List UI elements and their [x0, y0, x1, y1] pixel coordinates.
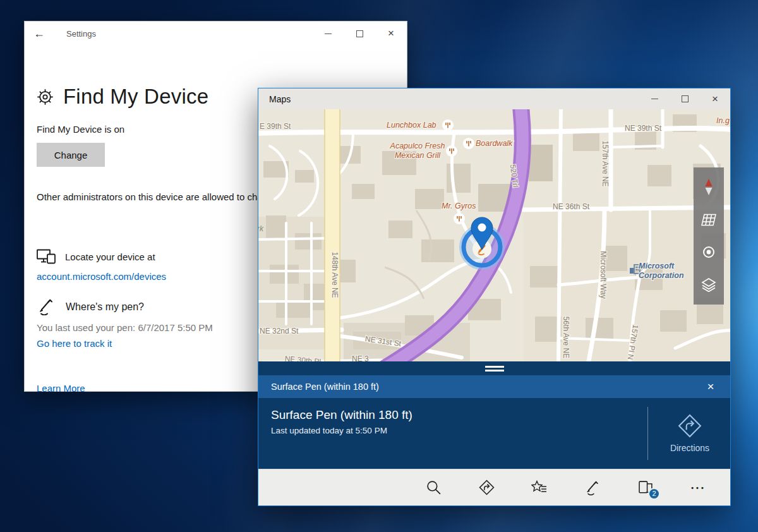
maps-window-controls: ×: [639, 88, 730, 109]
settings-window-controls: ×: [312, 21, 407, 45]
maps-titlebar: Maps ×: [258, 88, 730, 109]
poi-label: In.g: [716, 116, 730, 125]
panel-drag-strip[interactable]: [258, 361, 730, 375]
pen-section-row: Where's my pen?: [37, 298, 144, 315]
street-label: NE 36th St: [553, 202, 590, 211]
learn-more-link[interactable]: Learn More: [37, 383, 85, 394]
maximize-icon: [356, 30, 363, 37]
result-item-title: Surface Pen (within 180 ft): [271, 408, 412, 422]
street-label: 56th Ave NE: [562, 317, 570, 359]
track-pen-link[interactable]: Go here to track it: [37, 338, 112, 349]
street-label: Microsoft Way: [599, 251, 608, 299]
poi-label: Mr. Gyros: [442, 202, 476, 210]
location-icon: [702, 245, 716, 259]
drag-handle-icon[interactable]: [485, 366, 504, 372]
back-button[interactable]: ←: [25, 21, 54, 45]
map-graphics: E 39th St Lunchbox Lab Boardwalk Acapulc…: [258, 109, 730, 361]
page-title: Find My Device: [63, 85, 208, 109]
park-label: rk: [258, 224, 264, 233]
locate-label: Locate your device at: [65, 251, 155, 262]
close-button[interactable]: ×: [700, 88, 730, 109]
directions-diamond-icon: [678, 414, 702, 438]
more-icon: •••: [691, 484, 706, 492]
maps-toolbar: 2 •••: [258, 469, 730, 505]
poi-label: Acapulco Fresh: [390, 142, 445, 150]
street-label: 157th Ave NE: [601, 140, 610, 186]
panel-close-button[interactable]: ×: [700, 375, 721, 398]
favorites-button[interactable]: [531, 479, 548, 497]
maximize-button[interactable]: [344, 21, 375, 45]
ink-pen-button[interactable]: [584, 479, 601, 497]
compass-icon: [704, 178, 714, 196]
settings-app-title: Settings: [66, 29, 96, 39]
pen-heading: Where's my pen?: [66, 301, 144, 313]
device-count-badge: 2: [648, 488, 660, 500]
current-location-button[interactable]: [697, 241, 720, 263]
compass-button[interactable]: [697, 176, 720, 198]
result-item-subtitle: Last updated today at 5:50 PM: [271, 426, 387, 435]
directions-icon: [479, 480, 495, 495]
find-device-status: Find My Device is on: [37, 124, 124, 135]
desktop-wallpaper: ← Settings × Find: [0, 0, 758, 532]
search-icon: [426, 480, 442, 495]
maps-window: Maps ×: [258, 88, 731, 506]
close-button[interactable]: ×: [375, 21, 407, 45]
street-label: 148th Ave NE: [330, 251, 339, 298]
close-icon: ×: [712, 93, 718, 106]
poi-label: Lunchbox Lab: [387, 121, 436, 130]
result-panel-header: Surface Pen (within 180 ft) ×: [258, 375, 730, 398]
gear-icon: [37, 88, 54, 106]
change-button[interactable]: Change: [37, 143, 105, 167]
favorites-star-icon: [531, 480, 548, 495]
page-heading: Find My Device: [37, 85, 208, 109]
poi-label: Boardwalk: [476, 139, 513, 148]
locate-device-row: Locate your device at: [37, 249, 155, 264]
poi-label: Mexican Grill: [395, 151, 441, 160]
tilt-grid-icon: [701, 214, 717, 226]
maps-app-title: Maps: [269, 94, 291, 104]
back-icon: ←: [33, 27, 45, 40]
minimize-button[interactable]: [639, 88, 670, 109]
account-devices-link[interactable]: account.microsoft.com/devices: [37, 271, 166, 282]
maximize-button[interactable]: [670, 88, 700, 109]
close-icon: ×: [388, 27, 394, 40]
pen-last-used: You last used your pen: 6/7/2017 5:50 PM: [37, 322, 213, 333]
devices-icon: [37, 249, 56, 264]
tilt-3d-button[interactable]: [697, 209, 720, 231]
minimize-button[interactable]: [312, 21, 344, 45]
street-label: NE 3: [352, 354, 369, 361]
map-canvas[interactable]: E 39th St Lunchbox Lab Boardwalk Acapulc…: [258, 109, 730, 361]
ink-pen-icon: [584, 480, 601, 495]
directions-label: Directions: [670, 443, 709, 453]
directions-toolbar-button[interactable]: [478, 479, 495, 497]
map-layers-button[interactable]: [697, 274, 720, 296]
search-button[interactable]: [424, 479, 442, 497]
layers-icon: [701, 278, 717, 292]
place-label: Corporation: [639, 271, 684, 280]
street-label: NE 39th St: [625, 124, 662, 133]
result-header-title: Surface Pen (within 180 ft): [271, 382, 379, 392]
street-label: NE 32nd St: [260, 327, 299, 336]
street-label: E 39th St: [260, 122, 291, 131]
close-icon: ×: [707, 380, 714, 394]
pen-icon: [37, 298, 56, 315]
directions-button[interactable]: Directions: [649, 398, 730, 469]
settings-titlebar: ← Settings ×: [25, 21, 407, 45]
map-control-rail: [694, 167, 724, 305]
more-button[interactable]: •••: [690, 479, 707, 497]
minimize-icon: [325, 33, 332, 34]
result-panel-body: Surface Pen (within 180 ft) Last updated…: [258, 398, 730, 469]
map-yellow-road: [325, 109, 340, 361]
place-label: Microsoft: [639, 262, 675, 270]
panel-divider: [647, 407, 648, 460]
tracked-devices-button[interactable]: 2: [637, 479, 654, 497]
minimize-icon: [651, 99, 658, 99]
maximize-icon: [682, 95, 689, 102]
